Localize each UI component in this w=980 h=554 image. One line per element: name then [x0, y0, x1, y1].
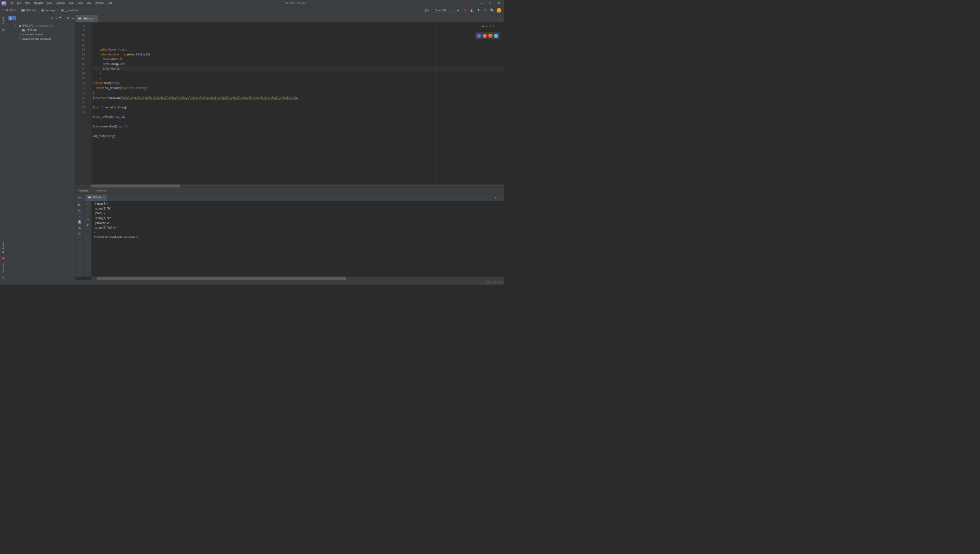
- project-tool-icon: ▦: [2, 28, 5, 31]
- project-file[interactable]: php 测试.php: [7, 28, 75, 33]
- run-hscrollbar[interactable]: [91, 277, 504, 280]
- scratches-and-consoles[interactable]: ▸ ✎ Scratches and Consoles: [7, 37, 75, 40]
- watermark: CSDN @朴天阔: [486, 281, 501, 284]
- print-icon[interactable]: 🖶: [78, 227, 81, 229]
- menu-code[interactable]: Code: [45, 1, 54, 5]
- menu-vcs[interactable]: VCS: [85, 1, 93, 5]
- expand-all-icon[interactable]: ≡: [56, 17, 57, 20]
- php-file-icon: php: [22, 29, 25, 32]
- run-with-coverage-button[interactable]: ◐: [469, 8, 474, 12]
- clear-icon[interactable]: 🗑: [86, 223, 89, 226]
- class-icon: C: [41, 9, 44, 12]
- line-gutter: 891011121314151617181920212223242526: [75, 22, 88, 185]
- code-editor[interactable]: 891011121314151617181920212223242526 ▲1 …: [75, 22, 504, 185]
- run-button[interactable]: ▶: [456, 8, 460, 12]
- soft-wrap-icon[interactable]: ↩: [86, 213, 89, 216]
- menu-refactor[interactable]: Refactor: [55, 1, 67, 5]
- browser-firefox-icon[interactable]: [488, 33, 492, 38]
- hide-icon[interactable]: ―: [499, 196, 501, 199]
- down-icon[interactable]: ↓: [87, 208, 88, 210]
- scroll-to-end-icon[interactable]: ⇥: [86, 218, 89, 221]
- editor-tab[interactable]: php 测试.php ×: [75, 15, 98, 22]
- project-tool-button[interactable]: Project: [2, 16, 5, 25]
- menu-help[interactable]: Help: [106, 1, 114, 5]
- profile-button[interactable]: ⧗: [476, 8, 480, 12]
- menu-window[interactable]: Window: [94, 1, 105, 5]
- external-libraries[interactable]: ⫿⫿ External Libraries: [7, 33, 75, 37]
- breadcrumb-item-class[interactable]: Cmessage: [41, 9, 56, 12]
- chevron-up-icon[interactable]: ˄: [496, 24, 498, 29]
- menu-edit[interactable]: Edit: [16, 1, 23, 5]
- folder-icon: 🗀: [18, 24, 21, 27]
- minimize-button[interactable]: ―: [480, 1, 484, 5]
- browser-chrome-icon[interactable]: [482, 33, 487, 38]
- browser-edge-icon[interactable]: [477, 33, 481, 38]
- fold-gutter[interactable]: [88, 22, 91, 185]
- chevron-right-icon: ▸: [14, 37, 17, 40]
- menu-tools[interactable]: Tools: [75, 1, 84, 5]
- run-output[interactable]: ["msg"]=> string(1) "b" ["to"]=> string(…: [91, 201, 504, 276]
- project-tree: ▾ 🗀 测试文件 D:\phpstorm文件 php 测试.php ⫿⫿ Ext…: [7, 22, 75, 42]
- more-icon[interactable]: ⋮: [495, 18, 504, 22]
- locate-icon[interactable]: ⊕: [51, 17, 53, 20]
- hide-icon[interactable]: ―: [72, 17, 74, 20]
- search-icon[interactable]: 🔍: [490, 8, 494, 12]
- menu-run[interactable]: Run: [67, 1, 75, 5]
- code-content[interactable]: ▲1 ✔1 ˄ ˅ public $token='user'; public f…: [91, 22, 504, 185]
- breadcrumb-item-method[interactable]: m__construct: [61, 9, 78, 12]
- scratch-icon: ✎: [18, 37, 21, 40]
- menu-file[interactable]: File: [8, 1, 15, 5]
- navigation-bar: 🗀测试文件 〉 php测试.php 〉 Cmessage 〉 m__constr…: [0, 6, 504, 14]
- wrench-icon[interactable]: 🔧: [78, 210, 81, 212]
- inspections-widget[interactable]: ▲1 ✔1 ˄ ˅: [482, 24, 501, 29]
- stop-button[interactable]: ■: [79, 215, 80, 218]
- editor-area: php 测试.php × ⋮ 8910111213141516171819202…: [75, 14, 504, 280]
- editor-hscrollbar[interactable]: [75, 185, 504, 188]
- status-bar: CSDN @朴天阔: [0, 280, 504, 285]
- breadcrumb: 🗀测试文件 〉 php测试.php 〉 Cmessage 〉 m__constr…: [2, 9, 78, 12]
- breadcrumb-item-project[interactable]: 🗀测试文件: [2, 9, 16, 12]
- rerun-button[interactable]: ▶: [78, 202, 81, 206]
- run-config-selector[interactable]: Current File ▾: [432, 8, 453, 13]
- account-icon[interactable]: 👤▾: [424, 8, 429, 12]
- crumb-class[interactable]: message: [79, 189, 88, 192]
- run-tab[interactable]: php 测试.php ×: [86, 194, 107, 201]
- project-view-selector[interactable]: ▋ ...: [8, 16, 16, 21]
- window-title: 测试文件 - 测试.php: [114, 2, 477, 5]
- chevron-down-icon[interactable]: ˅: [499, 24, 501, 29]
- close-icon[interactable]: ×: [94, 17, 95, 20]
- run-output-toolbar: ↑ ↓ ↩ ⇥ 🗑: [83, 201, 91, 276]
- crumb-method[interactable]: __construct(): [94, 189, 107, 192]
- run-config-label: Current File: [435, 9, 447, 12]
- gear-icon[interactable]: ⚙: [494, 196, 496, 199]
- run-tool-window: Run: php 测试.php × ⚙ ― ▶ 🔧 ■: [75, 194, 504, 280]
- structure-tool-button[interactable]: Structure: [2, 263, 5, 274]
- menu-navigate[interactable]: Navigate: [32, 1, 45, 5]
- project-root[interactable]: ▾ 🗀 测试文件 D:\phpstorm文件: [7, 24, 75, 28]
- debug-button[interactable]: 🐞: [463, 8, 467, 12]
- title-bar: PS File Edit View Navigate Code Refactor…: [0, 0, 504, 6]
- close-button[interactable]: ✕: [497, 1, 501, 5]
- close-icon[interactable]: ×: [103, 196, 105, 198]
- method-icon: m: [61, 9, 64, 12]
- app-icon: PS: [2, 1, 6, 6]
- stop-button[interactable]: ■: [483, 8, 487, 12]
- check-icon: ✔: [489, 24, 491, 29]
- up-icon[interactable]: ↑: [87, 202, 88, 205]
- gear-icon[interactable]: ⚙: [67, 17, 69, 20]
- folder-icon: 🗀: [2, 9, 5, 11]
- browser-safari-icon[interactable]: [494, 33, 498, 38]
- collapse-all-icon[interactable]: ≣: [59, 17, 61, 20]
- bookmarks-tool-button[interactable]: Bookmarks: [2, 240, 5, 254]
- chevron-down-icon: ▾: [449, 9, 451, 12]
- layout-icon[interactable]: ≣: [78, 221, 81, 224]
- breadcrumb-item-file[interactable]: php测试.php: [21, 9, 36, 12]
- maximize-button[interactable]: □: [488, 1, 492, 5]
- php-file-icon: php: [21, 9, 25, 11]
- run-vertical-toolbar: ▶ 🔧 ■ ≣ 🖶 📌: [75, 201, 83, 276]
- menu-view[interactable]: View: [24, 1, 32, 5]
- pin-icon[interactable]: 📌: [78, 232, 81, 235]
- structure-icon: ⌬: [2, 276, 5, 280]
- editor-tab-label: 测试.php: [83, 17, 92, 20]
- avatar[interactable]: ↑: [497, 8, 501, 13]
